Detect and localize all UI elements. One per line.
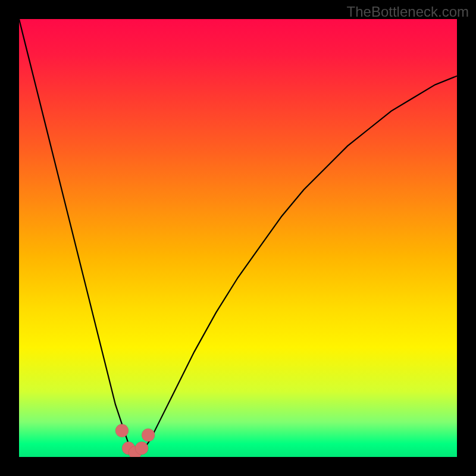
bottleneck-curve	[19, 19, 457, 457]
curve-markers	[115, 424, 155, 457]
watermark-text: TheBottleneck.com	[347, 4, 469, 20]
curve-marker	[142, 428, 155, 441]
curve-marker	[135, 441, 148, 455]
plot-area	[19, 19, 457, 457]
curve-marker	[115, 424, 129, 437]
chart-svg	[19, 19, 457, 457]
